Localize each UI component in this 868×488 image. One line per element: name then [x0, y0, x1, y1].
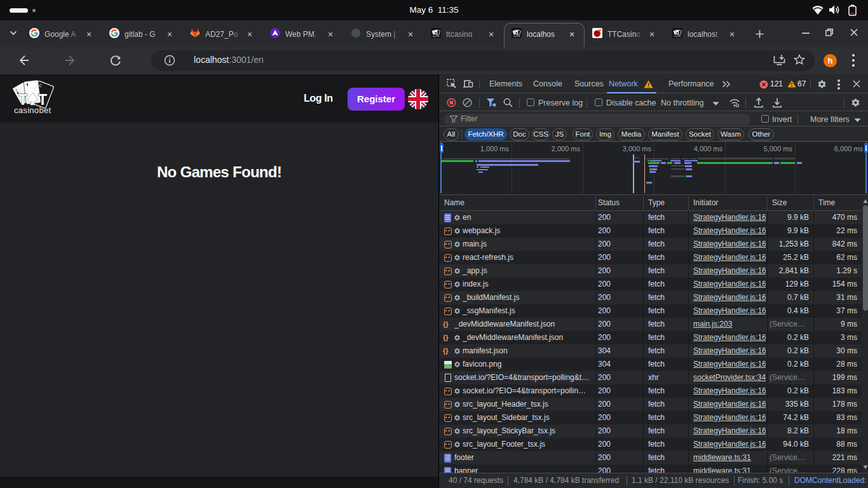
svg-text:C: C [39, 83, 43, 88]
svg-text:casinobet: casinobet [14, 105, 51, 115]
